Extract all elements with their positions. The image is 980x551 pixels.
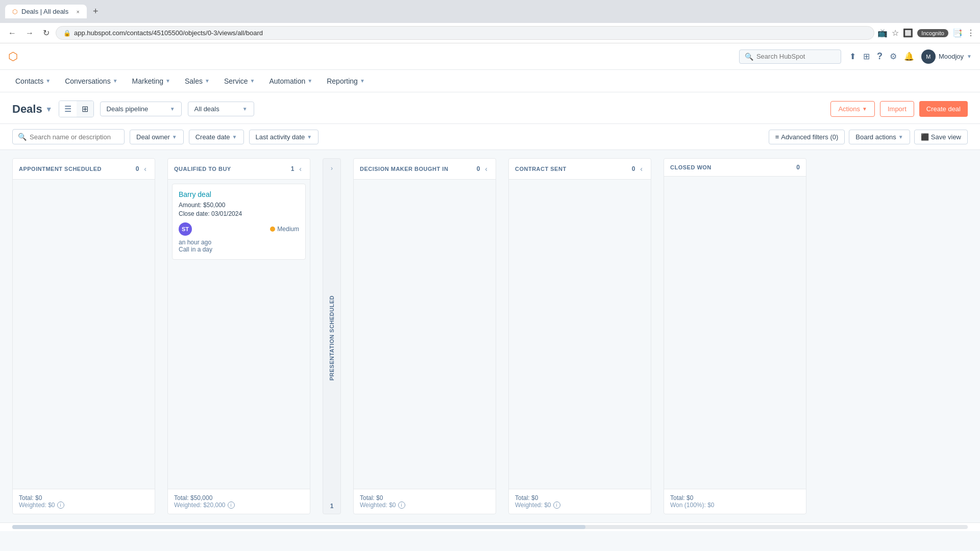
notifications-icon[interactable]: 🔔 (904, 52, 914, 61)
scrollbar-track (12, 525, 968, 529)
search-input[interactable] (756, 53, 828, 60)
forward-btn[interactable]: → (22, 27, 37, 40)
col-body-closed-won (664, 177, 806, 489)
column-closed-won: CLOSED WON 0 Total: $0 Won (100%): $0 (664, 158, 806, 514)
col-header-decision: DECISION MAKER BOUGHT IN 0 ‹ (354, 159, 496, 180)
hs-user[interactable]: M Moodjoy ▼ (921, 49, 972, 64)
back-btn[interactable]: ← (5, 27, 19, 40)
scrollbar-container (0, 522, 980, 531)
column-contract-sent: CONTRACT SENT 0 ‹ Total: $0 Weighted: $0… (508, 158, 651, 514)
nav-conversations[interactable]: Conversations ▼ (58, 70, 125, 92)
tab-title: Deals | All deals (21, 8, 68, 15)
deal-task: Call in a day (179, 246, 299, 253)
view-toggle: ☰ ⊞ (59, 101, 94, 117)
tab-close-btn[interactable]: × (77, 9, 80, 15)
board-actions-btn[interactable]: Board actions ▼ (849, 130, 910, 144)
automation-chevron: ▼ (307, 78, 312, 84)
search-icon: 🔍 (745, 53, 753, 61)
search-input[interactable] (30, 133, 111, 141)
main-nav: Contacts ▼ Conversations ▼ Marketing ▼ S… (0, 70, 980, 92)
hs-topbar: ⬡ 🔍 ⬆ ⊞ ? ⚙ 🔔 M Moodjoy ▼ (0, 43, 980, 70)
hubspot-favicon: ⬡ (12, 8, 17, 15)
import-btn[interactable]: Import (880, 101, 914, 117)
weighted-info-icon-2[interactable]: i (228, 502, 235, 509)
menu-icon[interactable]: ⋮ (967, 28, 975, 38)
nav-sales[interactable]: Sales ▼ (178, 70, 217, 92)
scrollbar-thumb[interactable] (12, 525, 585, 529)
board-actions-chevron: ▼ (898, 134, 903, 140)
address-bar[interactable]: 🔒 app.hubspot.com/contacts/45105500/obje… (56, 26, 874, 40)
browser-actions: 📺 ☆ 🔲 Incognito 📑 ⋮ (877, 28, 975, 38)
help-icon[interactable]: ? (877, 51, 883, 62)
col-body-contract (509, 180, 651, 489)
deal-closedate-row: Close date: 03/01/2024 (179, 210, 299, 217)
collapse-decision-btn[interactable]: ‹ (483, 164, 489, 174)
bookmarks-icon[interactable]: 📑 (952, 28, 963, 38)
collapse-qualified-btn[interactable]: ‹ (297, 164, 304, 174)
save-view-btn[interactable]: ⬛ Save view (914, 130, 968, 144)
deal-owner-filter[interactable]: Deal owner ▼ (130, 130, 184, 144)
search-icon: 🔍 (18, 133, 27, 141)
column-qualified-to-buy: QUALIFIED TO BUY 1 ‹ Barry deal Amount: … (167, 158, 310, 514)
settings-icon[interactable]: ⚙ (890, 52, 897, 61)
hs-search[interactable]: 🔍 (739, 49, 841, 64)
deal-time: an hour ago (179, 239, 299, 246)
deal-avatar: ST (179, 222, 192, 236)
hubspot-logo[interactable]: ⬡ (8, 50, 18, 63)
all-deals-chevron: ▼ (242, 106, 248, 112)
marketplace-icon[interactable]: ⊞ (863, 52, 870, 61)
last-activity-filter[interactable]: Last activity date ▼ (249, 130, 319, 144)
deal-amount-row: Amount: $50,000 (179, 202, 299, 209)
nav-contacts[interactable]: Contacts ▼ (8, 70, 58, 92)
deal-priority: Medium (270, 226, 299, 233)
create-date-filter[interactable]: Create date ▼ (189, 130, 244, 144)
user-dropdown-icon: ▼ (967, 54, 972, 59)
nav-service[interactable]: Service ▼ (217, 70, 262, 92)
col-footer-appointment: Total: $0 Weighted: $0 i (13, 489, 155, 514)
browser-chrome: ⬡ Deals | All deals × + (0, 0, 980, 23)
collapse-appointment-btn[interactable]: ‹ (142, 164, 149, 174)
create-deal-btn[interactable]: Create deal (919, 101, 968, 117)
col-body-appointment (13, 180, 155, 489)
marketing-chevron: ▼ (165, 78, 170, 84)
expand-presentation-btn[interactable]: › (329, 163, 335, 174)
board-view-btn[interactable]: ⊞ (77, 101, 93, 117)
pipeline-chevron: ▼ (170, 106, 175, 112)
nav-automation[interactable]: Automation ▼ (262, 70, 320, 92)
column-decision-maker: DECISION MAKER BOUGHT IN 0 ‹ Total: $0 W… (353, 158, 496, 514)
col-footer-qualified: Total: $50,000 Weighted: $20,000 i (168, 489, 310, 514)
search-box[interactable]: 🔍 (12, 129, 125, 144)
browser-nav: ← → ↻ 🔒 app.hubspot.com/contacts/4510550… (0, 23, 980, 43)
all-deals-select[interactable]: All deals ▼ (188, 102, 254, 116)
deals-header: Deals ▼ ☰ ⊞ Deals pipeline ▼ All deals ▼… (0, 92, 980, 124)
weighted-info-icon[interactable]: i (57, 502, 64, 509)
url-text: app.hubspot.com/contacts/45105500/object… (74, 29, 867, 37)
deal-card-barry[interactable]: Barry deal Amount: $50,000 Close date: 0… (172, 184, 306, 260)
deals-title: Deals ▼ (12, 103, 53, 116)
weighted-info-icon-4[interactable]: i (553, 502, 560, 509)
contacts-chevron: ▼ (45, 78, 51, 84)
refresh-btn[interactable]: ↻ (40, 26, 53, 40)
save-icon: ⬛ (921, 133, 929, 141)
col-body-decision (354, 180, 496, 489)
deals-dropdown-icon[interactable]: ▼ (45, 105, 53, 113)
new-tab-btn[interactable]: + (91, 4, 101, 19)
deal-name-barry[interactable]: Barry deal (179, 190, 299, 198)
nav-marketing[interactable]: Marketing ▼ (125, 70, 178, 92)
upgrade-icon[interactable]: ⬆ (849, 52, 856, 61)
pipeline-select[interactable]: Deals pipeline ▼ (100, 102, 182, 116)
nav-reporting[interactable]: Reporting ▼ (320, 70, 372, 92)
actions-btn[interactable]: Actions ▼ (830, 101, 875, 117)
weighted-info-icon-3[interactable]: i (398, 502, 405, 509)
filter-bar: 🔍 Deal owner ▼ Create date ▼ Last activi… (0, 124, 980, 150)
col-footer-contract: Total: $0 Weighted: $0 i (509, 489, 651, 514)
collapse-contract-btn[interactable]: ‹ (638, 164, 645, 174)
bookmark-icon[interactable]: ☆ (892, 28, 899, 38)
browser-tab[interactable]: ⬡ Deals | All deals × (5, 5, 87, 18)
adv-filters: ≡ Advanced filters (0) Board actions ▼ ⬛… (769, 130, 968, 144)
create-date-chevron: ▼ (232, 134, 237, 140)
list-view-btn[interactable]: ☰ (59, 101, 77, 117)
header-actions: Actions ▼ Import Create deal (830, 101, 968, 117)
last-activity-chevron: ▼ (307, 134, 312, 140)
advanced-filters-btn[interactable]: ≡ Advanced filters (0) (769, 130, 845, 144)
